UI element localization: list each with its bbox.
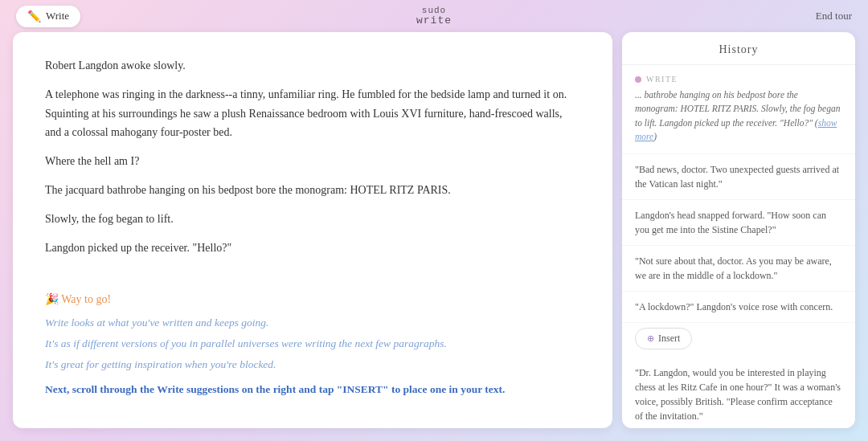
main-layout: Robert Langdon awoke slowly.A telephone … [0, 32, 868, 441]
write-button[interactable]: ✏️ Write [16, 6, 80, 27]
history-write-label-text: WRITE [646, 75, 678, 84]
tip-line: It's great for getting inspiration when … [45, 356, 580, 374]
pen-icon: ✏️ [27, 10, 41, 23]
app-logo: sudo write [416, 6, 452, 27]
list-item: "A lockdown?" Langdon's voice rose with … [622, 292, 855, 323]
story-paragraph: The jacquard bathrobe hanging on his bed… [45, 181, 580, 200]
insert-button-label: Insert [658, 333, 680, 345]
write-dot-icon [635, 76, 641, 83]
tip-header: 🎉 Way to go! [45, 292, 580, 306]
story-paragraph: Where the hell am I? [45, 152, 580, 171]
history-panel[interactable]: History WRITE ... bathrobe hanging on hi… [622, 32, 855, 428]
story-text: Robert Langdon awoke slowly.A telephone … [45, 56, 580, 257]
write-tip-section: 🎉 Way to go! Write looks at what you've … [45, 292, 580, 398]
end-tour-button[interactable]: End tour [816, 10, 852, 22]
list-item: Langdon's head snapped forward. "How soo… [622, 200, 855, 246]
history-write-text: ... bathrobe hanging on his bedpost bore… [635, 88, 842, 144]
story-paragraph: Slowly, the fog began to lift. [45, 210, 580, 229]
logo-write-text: write [416, 15, 452, 27]
story-paragraph: Robert Langdon awoke slowly. [45, 56, 580, 76]
tip-lines: Write looks at what you've written and k… [45, 314, 580, 373]
editor-panel[interactable]: Robert Langdon awoke slowly.A telephone … [13, 32, 612, 428]
history-write-entry: WRITE ... bathrobe hanging on his bedpos… [622, 65, 855, 154]
list-item: "Dr. Langdon, would you be interested in… [622, 357, 855, 428]
tip-cta: Next, scroll through the Write suggestio… [45, 381, 580, 398]
history-suggestions: "Bad news, doctor. Two unexpected guests… [622, 154, 855, 428]
story-paragraph: Langdon picked up the receiver. "Hello?" [45, 239, 580, 258]
top-bar: ✏️ Write sudo write End tour [0, 0, 868, 32]
history-write-label: WRITE [635, 75, 842, 84]
list-item: "Not sure about that, doctor. As you may… [622, 246, 855, 292]
list-item: "Bad news, doctor. Two unexpected guests… [622, 154, 855, 200]
write-button-label: Write [46, 10, 69, 22]
insert-icon: ⊕ [647, 333, 654, 344]
history-title: History [622, 32, 855, 65]
story-paragraph: A telephone was ringing in the darkness-… [45, 85, 580, 142]
divider [45, 267, 580, 286]
history-write-content: ... bathrobe hanging on his bedpost bore… [635, 90, 840, 128]
tip-line: It's as if different versions of you in … [45, 335, 580, 353]
insert-button[interactable]: ⊕Insert [635, 328, 692, 349]
tip-line: Write looks at what you've written and k… [45, 314, 580, 332]
